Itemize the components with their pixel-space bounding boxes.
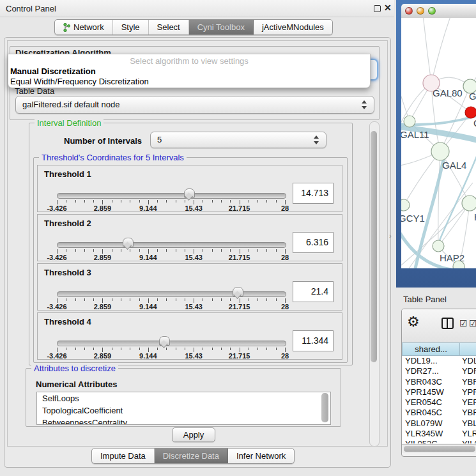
slider-tick bbox=[221, 298, 222, 301]
network-node[interactable] bbox=[433, 240, 444, 252]
number-of-intervals-combobox[interactable]: 5 bbox=[150, 132, 326, 148]
slider-tick bbox=[130, 348, 130, 350]
tab-cyni-toolbox[interactable]: Cyni Toolbox bbox=[189, 20, 254, 35]
threshold-value-field[interactable]: 21.4 bbox=[293, 281, 334, 302]
split-table-icon[interactable] bbox=[441, 318, 454, 329]
network-window-titlebar bbox=[401, 4, 476, 18]
float-window-button[interactable] bbox=[374, 5, 381, 12]
tab-impute-data-label: Impute Data bbox=[100, 449, 146, 463]
network-node-label: GAL4 bbox=[442, 160, 466, 171]
tab-network[interactable]: Network bbox=[55, 20, 113, 35]
tab-discretize-data[interactable]: Discretize Data bbox=[155, 449, 228, 463]
mac-zoom-button[interactable] bbox=[428, 7, 436, 15]
slider-tick bbox=[230, 298, 231, 301]
slider-tick bbox=[112, 200, 112, 203]
table-row[interactable]: YLR345WYLR3 bbox=[402, 429, 476, 439]
table-row[interactable]: YBR045CYBR0 bbox=[402, 408, 476, 418]
table-row[interactable]: YBR043CYBR0 bbox=[402, 377, 476, 387]
table-row[interactable]: YIL052CYIL0 bbox=[402, 439, 476, 443]
attributes-list-scrollbar[interactable] bbox=[321, 393, 328, 422]
checkbox-icon[interactable]: ☑ bbox=[459, 318, 468, 328]
content-scrollbar-track[interactable] bbox=[369, 121, 380, 447]
slider-tick bbox=[93, 249, 94, 252]
table-cell-shared-name: YBR045C bbox=[402, 408, 461, 418]
threshold-slider-thumb[interactable] bbox=[123, 238, 134, 247]
slider-tick bbox=[221, 249, 222, 252]
attribute-list-item[interactable]: BetweennessCentrality bbox=[37, 417, 330, 425]
threshold-value-field[interactable]: 11.344 bbox=[293, 330, 334, 351]
attribute-list-item[interactable]: SelfLoops bbox=[37, 392, 330, 404]
network-canvas[interactable]: GAL80GCGAL11GAL4GCY1HHAP2 bbox=[401, 18, 476, 268]
table-row[interactable]: YBL079WYBL0 bbox=[402, 418, 476, 429]
slider-tick bbox=[121, 348, 121, 350]
threshold-value-field[interactable]: 14.713 bbox=[293, 183, 334, 204]
slider-tick bbox=[194, 200, 194, 204]
mac-close-button[interactable] bbox=[405, 7, 413, 15]
column-header-shared[interactable]: shared... bbox=[402, 342, 460, 356]
threshold-slider-track[interactable] bbox=[57, 341, 286, 346]
slider-tick bbox=[148, 249, 149, 254]
algorithm-option-equal-width[interactable]: Equal Width/Frequency Discretization bbox=[10, 77, 149, 86]
tab-style[interactable]: Style bbox=[113, 20, 149, 35]
threshold-slider-track[interactable] bbox=[57, 242, 286, 248]
slider-tick bbox=[176, 298, 176, 301]
slider-tick bbox=[166, 249, 167, 252]
window-title: Control Panel bbox=[6, 4, 56, 13]
slider-tick bbox=[139, 249, 140, 252]
table-row[interactable]: YDL19...YDL1 bbox=[402, 356, 476, 366]
threshold-value-field[interactable]: 6.316 bbox=[293, 232, 334, 253]
table-panel: ⚙ ☑ ☑ shared... na YDL19...YDL1YDR27...Y… bbox=[401, 309, 476, 457]
slider-tick bbox=[212, 200, 213, 203]
table-row[interactable]: YER054CYER0 bbox=[402, 397, 476, 408]
table-data-combobox[interactable]: galFiltered.sif default node bbox=[15, 96, 374, 114]
threshold-slider-thumb[interactable] bbox=[184, 188, 195, 198]
table-data-combobox-value: galFiltered.sif default node bbox=[22, 100, 119, 109]
threshold-slider-track[interactable] bbox=[57, 291, 286, 297]
table-row[interactable]: YPR145WYPR1 bbox=[402, 387, 476, 397]
close-window-button[interactable]: ✕ bbox=[384, 3, 392, 13]
table-cell-name: YDL1 bbox=[461, 356, 476, 366]
slider-scale-label: 28 bbox=[281, 254, 289, 261]
slider-tick bbox=[84, 298, 85, 301]
slider-scale-label: 28 bbox=[281, 352, 289, 360]
apply-button[interactable]: Apply bbox=[172, 427, 215, 442]
checkbox-icon[interactable]: ☑ bbox=[469, 318, 476, 328]
splitter-handle[interactable]: › bbox=[389, 231, 395, 240]
attribute-list-item[interactable]: TopologicalCoefficient bbox=[37, 404, 330, 417]
network-node[interactable] bbox=[404, 116, 415, 127]
mac-minimize-button[interactable] bbox=[417, 7, 424, 15]
network-node[interactable] bbox=[431, 142, 449, 160]
network-node[interactable] bbox=[401, 199, 410, 211]
slider-tick bbox=[66, 249, 66, 252]
threshold-slider-track[interactable] bbox=[57, 193, 286, 199]
table-hscrollbar-thumb[interactable] bbox=[404, 446, 475, 452]
table-hscrollbar[interactable] bbox=[402, 444, 476, 453]
slider-tick bbox=[102, 249, 103, 254]
numerical-attributes-list[interactable]: SelfLoopsTopologicalCoefficientBetweenne… bbox=[36, 392, 331, 425]
slider-tick bbox=[240, 348, 240, 352]
content-scrollbar-thumb[interactable] bbox=[371, 131, 377, 362]
slider-tick bbox=[194, 298, 194, 303]
gear-icon[interactable]: ⚙ bbox=[407, 314, 420, 330]
table-rows[interactable]: YDL19...YDL1YDR27...YDR2YBR043CYBR0YPR14… bbox=[402, 356, 476, 443]
network-node[interactable] bbox=[465, 107, 476, 118]
algorithm-option-manual[interactable]: Manual Discretization bbox=[10, 66, 96, 76]
slider-tick bbox=[203, 249, 203, 252]
tab-select[interactable]: Select bbox=[149, 20, 189, 35]
slider-tick bbox=[266, 200, 267, 203]
table-cell-shared-name: YER054C bbox=[402, 397, 461, 408]
network-node[interactable] bbox=[453, 261, 464, 268]
network-node[interactable] bbox=[462, 196, 476, 211]
tab-impute-data[interactable]: Impute Data bbox=[92, 449, 155, 463]
slider-tick bbox=[157, 200, 158, 203]
tab-jactivemnodules[interactable]: jActiveMNodules bbox=[254, 20, 332, 35]
threshold-slider-thumb[interactable] bbox=[233, 287, 243, 296]
table-row[interactable]: YDR27...YDR2 bbox=[402, 366, 476, 376]
tab-infer-network[interactable]: Infer Network bbox=[228, 449, 294, 463]
column-header-name[interactable]: na bbox=[460, 342, 476, 356]
slider-tick bbox=[185, 249, 185, 252]
threshold-slider-thumb[interactable] bbox=[159, 336, 170, 346]
slider-scale-label: 15.43 bbox=[185, 303, 203, 311]
table-cell-shared-name: YLR345W bbox=[402, 429, 461, 439]
slider-tick bbox=[230, 249, 231, 252]
